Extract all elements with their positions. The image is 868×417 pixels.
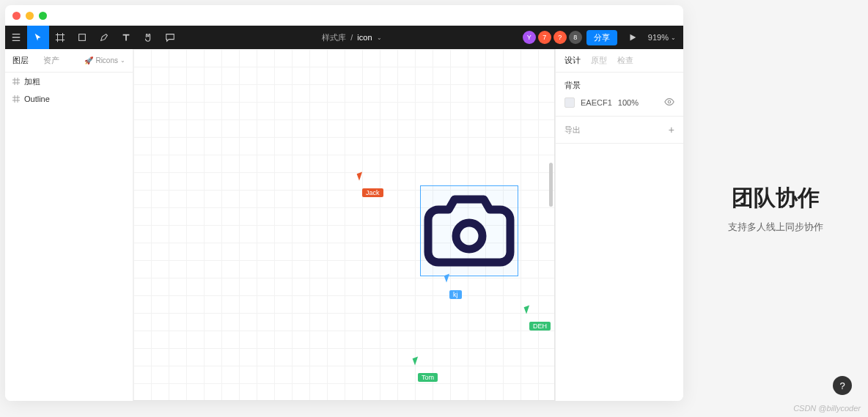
tab-layers[interactable]: 图层	[5, 55, 36, 66]
promo-subtitle: 支持多人线上同步协作	[728, 221, 823, 234]
breadcrumb-current: icon	[357, 33, 372, 42]
present-button[interactable]	[622, 26, 644, 49]
menu-button[interactable]	[5, 26, 27, 49]
add-export-button[interactable]: +	[669, 124, 674, 136]
svg-point-2	[668, 100, 671, 103]
cursor-pointer-icon	[524, 304, 534, 314]
collaborator-cursor: DEH	[525, 306, 551, 331]
collaborator-avatar[interactable]: 8	[569, 31, 582, 44]
visibility-toggle-icon[interactable]	[664, 97, 674, 108]
collaborator-avatar[interactable]: 7	[538, 31, 551, 44]
ricons-dropdown[interactable]: 🚀 Ricons ⌄	[84, 56, 133, 64]
promo-title: 团队协作	[732, 183, 820, 213]
collaborator-cursor: Tom	[413, 357, 438, 382]
shape-tool[interactable]	[71, 26, 93, 49]
window-minimize-icon[interactable]	[26, 12, 34, 20]
zoom-value: 919%	[648, 33, 669, 42]
svg-rect-0	[79, 34, 86, 41]
cursor-label: Tom	[418, 373, 438, 382]
help-button[interactable]: ?	[833, 376, 852, 395]
watermark: CSDN @billycoder	[793, 404, 861, 413]
scrollbar[interactable]	[549, 163, 553, 207]
collaborator-avatar[interactable]: Y	[523, 31, 536, 44]
tab-assets[interactable]: 资产	[36, 55, 67, 66]
breadcrumb[interactable]: 样式库 / icon ⌄	[181, 32, 523, 43]
cursor-pointer-icon	[357, 171, 367, 180]
layer-name: 加粗	[24, 76, 40, 87]
tab-prototype[interactable]: 原型	[591, 55, 607, 66]
tab-design[interactable]: 设计	[564, 55, 581, 66]
export-section-title: 导出	[564, 125, 581, 136]
background-section-title: 背景	[564, 80, 674, 91]
design-app-window: 样式库 / icon ⌄ Y7?8 分享 919% ⌄ 图层 资产	[5, 5, 683, 401]
collaborator-cursor: kj	[445, 274, 462, 299]
cursor-pointer-icon	[444, 273, 455, 282]
move-tool[interactable]	[27, 26, 49, 49]
layers-panel: 图层 资产 🚀 Ricons ⌄ 加粗Outline	[5, 49, 133, 401]
layer-row[interactable]: Outline	[5, 90, 133, 108]
cursor-label: DEH	[529, 322, 551, 331]
chevron-down-icon: ⌄	[671, 34, 676, 41]
canvas[interactable]: JackCavarlykjDEHMasakoTom	[133, 49, 555, 401]
cursor-pointer-icon	[413, 355, 423, 365]
window-maximize-icon[interactable]	[39, 12, 47, 20]
frame-tool[interactable]	[49, 26, 71, 49]
share-button[interactable]: 分享	[586, 30, 617, 45]
comment-tool[interactable]	[159, 26, 181, 49]
background-hex[interactable]: EAECF1	[581, 98, 612, 107]
svg-point-1	[456, 223, 482, 249]
collaborator-avatar[interactable]: ?	[553, 31, 567, 44]
background-swatch[interactable]	[564, 97, 575, 108]
promo-panel: 团队协作 支持多人线上同步协作	[683, 0, 868, 417]
properties-panel: 设计 原型 检查 背景 EAECF1 100%	[555, 49, 683, 401]
text-tool[interactable]	[115, 26, 137, 49]
breadcrumb-library: 样式库	[322, 32, 346, 43]
main-toolbar: 样式库 / icon ⌄ Y7?8 分享 919% ⌄	[5, 26, 683, 49]
layer-row[interactable]: 加粗	[5, 73, 133, 90]
background-opacity[interactable]: 100%	[618, 98, 639, 107]
chevron-down-icon: ⌄	[377, 34, 382, 41]
collaborator-cursor: Jack	[358, 172, 383, 197]
layer-name: Outline	[24, 95, 50, 103]
rocket-icon: 🚀	[84, 56, 93, 64]
chevron-down-icon: ⌄	[120, 57, 125, 64]
hand-tool[interactable]	[137, 26, 159, 49]
window-close-icon[interactable]	[12, 12, 21, 20]
pen-tool[interactable]	[93, 26, 115, 49]
tab-inspect[interactable]: 检查	[617, 55, 633, 66]
cursor-label: Jack	[362, 188, 383, 197]
camera-icon	[422, 188, 516, 275]
window-titlebar	[5, 5, 683, 26]
zoom-dropdown[interactable]: 919% ⌄	[648, 33, 676, 42]
cursor-label: kj	[449, 290, 462, 299]
